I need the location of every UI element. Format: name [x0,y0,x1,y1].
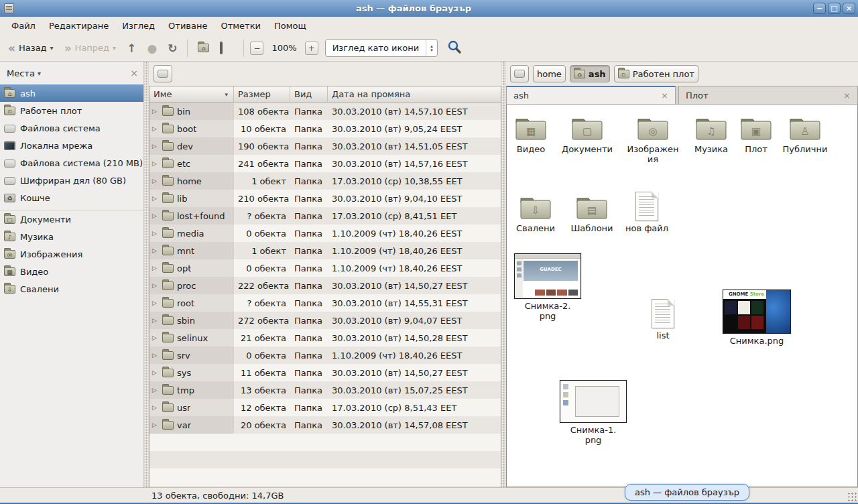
file-snimka-1[interactable]: Снимка-1.png [556,380,630,445]
folder-templates[interactable]: ▤ Шаблони [562,193,622,233]
breadcrumb-root-button[interactable] [510,65,529,82]
expander-icon[interactable]: ▷ [152,160,159,167]
zoom-out-button[interactable]: − [250,42,263,55]
table-row[interactable]: ▷ selinux 21 обекта Папка 30.03.2010 (вт… [149,329,501,346]
table-row[interactable]: ▷ boot 10 обекта Папка 30.03.2010 (вт) 9… [149,120,501,137]
up-button[interactable]: ↑ [123,40,140,56]
sidebar-item[interactable]: Файлова система [0,119,143,137]
sidebar-item[interactable]: Работен плот [0,102,143,119]
tab-plot[interactable]: Плот × [678,86,858,104]
menu-item[interactable]: Отметки [214,18,266,34]
expander-icon[interactable]: ▷ [152,300,159,306]
expander-icon[interactable]: ▷ [152,125,159,132]
expander-icon[interactable]: ▷ [152,143,159,149]
folder-public[interactable]: ♙ Публични [775,114,835,154]
sidebar-item[interactable]: Изображения [0,245,143,263]
icon-view[interactable]: ▦ Видео ▢ Документи ◎ Изображения [506,105,858,487]
table-row[interactable]: ▷ home 1 обект Папка 17.03.2010 (ср) 10,… [149,172,501,190]
table-row[interactable]: ▷ srv 0 обекта Папка 1.10.2009 (чт) 18,4… [149,346,501,364]
sidebar-item[interactable]: Файлова система (210 MB) [0,154,143,172]
table-row[interactable]: ▷ proc 222 обекта Папка 30.03.2010 (вт) … [149,277,501,294]
folder-downloads[interactable]: ⇩ Свалени [506,193,566,233]
table-row[interactable]: ▷ root ? обекта Папка 30.03.2010 (вт) 14… [149,294,501,312]
menu-item[interactable]: Помощ [268,18,312,34]
sidebar-item[interactable]: Музика [0,228,143,245]
expander-icon[interactable]: ▷ [152,387,159,393]
search-button[interactable] [447,40,462,56]
column-header-name[interactable]: Име▾ [149,86,234,102]
expander-icon[interactable]: ▷ [152,195,159,202]
menu-item[interactable]: Файл [5,18,42,34]
expander-icon[interactable]: ▷ [152,404,159,411]
resize-grip[interactable] [847,492,857,501]
expander-icon[interactable]: ▷ [152,247,159,254]
expander-icon[interactable]: ▷ [152,422,159,428]
tab-close-icon[interactable]: × [837,90,851,101]
sidebar-item[interactable]: Шифриран дял (80 GB) [0,172,143,189]
breadcrumb-home-button[interactable]: home [533,65,566,82]
expander-icon[interactable]: ▷ [152,282,159,289]
breadcrumb-desktop-button[interactable]: ▫ Работен плот [614,65,698,82]
file-snimka[interactable]: GNOME Store Снимка.png [720,290,794,346]
back-button[interactable]: « Назад ▾ [4,40,58,56]
computer-button[interactable] [216,40,237,56]
pane-splitter[interactable] [144,62,149,487]
folder-documents[interactable]: ▢ Документи [557,114,617,154]
tab-close-icon[interactable]: × [654,90,668,101]
table-row[interactable]: ▷ media 0 обекта Папка 1.10.2009 (чт) 18… [149,225,501,242]
expander-icon[interactable]: ▷ [152,352,159,359]
column-header-date[interactable]: Дата на промяна [328,86,501,102]
folder-video[interactable]: ▦ Видео [506,114,561,154]
sidebar-mode-select[interactable]: Места ▾ [7,68,41,78]
table-row[interactable]: ▷ var 20 обекта Папка 30.03.2010 (вт) 14… [149,416,501,434]
table-row[interactable]: ▷ sys 11 обекта Папка 30.03.2010 (вт) 14… [149,364,501,381]
sidebar-item[interactable]: Кошче [0,189,143,206]
minimize-button[interactable]: − [813,3,826,14]
close-button[interactable]: × [843,3,855,14]
expander-icon[interactable]: ▷ [152,265,159,271]
breadcrumb-ash-button[interactable]: ⌂ ash [570,65,610,82]
expander-icon[interactable]: ▷ [152,108,159,115]
file-new[interactable]: нов файл [617,192,677,233]
sidebar-close-icon[interactable]: × [130,68,138,78]
menu-item[interactable]: Изглед [116,18,161,34]
sidebar-item[interactable]: Документи [0,210,143,228]
file-list[interactable]: list [633,299,693,340]
table-row[interactable]: ▷ sbin 272 обекта Папка 30.03.2010 (вт) … [149,312,501,329]
table-row[interactable]: ▷ etc 241 обекта Папка 30.03.2010 (вт) 1… [149,155,501,172]
back-dropdown-icon[interactable]: ▾ [50,44,54,52]
expander-icon[interactable]: ▷ [152,212,159,219]
expander-icon[interactable]: ▷ [152,369,159,376]
file-snimka-2[interactable]: GUADEC Снимка-2.png [511,253,585,321]
view-mode-select[interactable]: Изглед като икони ▴▾ [325,39,438,57]
folder-images[interactable]: ◎ Изображения [623,114,683,164]
column-header-type[interactable]: Вид [290,86,328,102]
expander-icon[interactable]: ▷ [152,334,159,341]
table-row[interactable]: ▷ opt 0 обекта Папка 1.10.2009 (чт) 18,4… [149,259,501,277]
maximize-button[interactable]: □ [828,3,841,14]
table-row[interactable]: ▷ lost+found ? обекта Папка 17.03.2010 (… [149,207,501,225]
zoom-in-button[interactable]: + [305,42,318,55]
sidebar-item[interactable]: Свалени [0,280,143,298]
tab-ash[interactable]: ash × [506,86,676,104]
home-button[interactable]: ⌂ [194,41,213,55]
table-row[interactable]: ▷ mnt 1 обект Папка 1.10.2009 (чт) 18,40… [149,242,501,259]
table-row[interactable]: ▷ dev 190 обекта Папка 30.03.2010 (вт) 1… [149,137,501,155]
menu-item[interactable]: Отиване [162,18,213,34]
expander-icon[interactable]: ▷ [152,317,159,324]
table-row[interactable]: ▷ tmp 13 обекта Папка 30.03.2010 (вт) 15… [149,381,501,399]
forward-button[interactable]: » Напред ▾ [60,40,121,56]
expander-icon[interactable]: ▷ [152,178,159,184]
menu-item[interactable]: Редактиране [43,18,115,34]
table-row[interactable]: ▷ bin 108 обекта Папка 30.03.2010 (вт) 1… [149,103,501,120]
reload-button[interactable]: ↻ [164,40,181,56]
table-row[interactable]: ▷ usr 12 обекта Папка 17.03.2010 (ср) 8,… [149,399,501,416]
sidebar-item[interactable]: Локална мрежа [0,137,143,154]
sidebar-item[interactable]: Видео [0,263,143,280]
titlebar[interactable]: ash — файлов браузър − □ × [0,0,858,17]
filesystem-root-button[interactable] [154,65,172,82]
sidebar-item[interactable]: ash [0,84,143,102]
column-header-size[interactable]: Размер [234,86,290,102]
expander-icon[interactable]: ▷ [152,230,159,237]
table-row[interactable]: ▷ lib 210 обекта Папка 30.03.2010 (вт) 9… [149,190,501,207]
